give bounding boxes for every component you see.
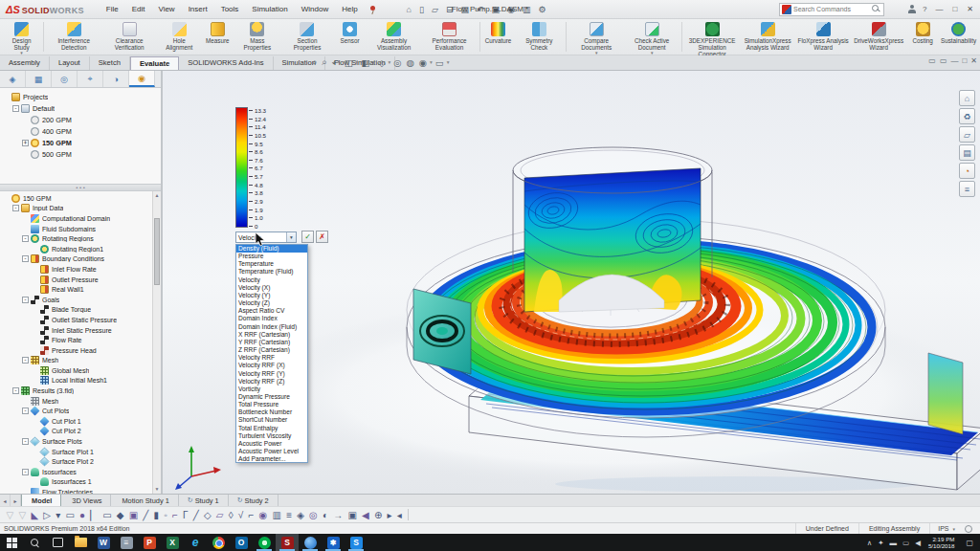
undo-icon[interactable]: ↶ — [473, 4, 488, 15]
parameter-option[interactable]: Y RRF (Cartesian) — [236, 339, 307, 346]
sketch-tool-icon[interactable]: ▱ — [216, 510, 224, 520]
options-icon[interactable]: ⚙ — [534, 4, 549, 15]
expander-icon[interactable]: - — [22, 297, 29, 303]
tree-row[interactable]: - Isosurfaces — [0, 467, 161, 477]
ribbon-sustainability[interactable]: Sustainability — [939, 20, 978, 54]
open-icon[interactable]: ▱ — [428, 4, 442, 15]
open-results-icon[interactable]: ▱ — [959, 126, 975, 143]
dimxpertmanager-tab-icon[interactable]: ⌖ — [78, 71, 103, 87]
model-tab[interactable]: Motion Study 1 — [111, 495, 178, 506]
sketch-tool-icon[interactable]: ▮ — [154, 510, 160, 520]
ribbon-mass-properties[interactable]: Mass Properties — [234, 20, 280, 54]
featuremanager-tab-icon[interactable]: ◈ — [0, 71, 26, 87]
ribbon-driveworksxpress-wizard[interactable]: DriveWorksXpress Wizard — [851, 20, 906, 54]
home-icon[interactable]: ⌂ — [403, 4, 415, 15]
dropdown-caret-icon[interactable]: ▾ — [447, 59, 450, 65]
parameter-option[interactable]: Velocity RRF (X) — [236, 362, 307, 369]
sketch-tool-icon[interactable]: ▸ — [388, 510, 392, 520]
action-center-icon[interactable]: ▢ — [959, 539, 980, 547]
expander-icon[interactable]: - — [22, 408, 29, 414]
expander-icon[interactable]: - — [22, 438, 29, 445]
tree-scrollbar[interactable]: ▲ ▼ — [152, 191, 161, 494]
login-icon[interactable] — [907, 5, 917, 13]
volume-icon[interactable]: ◀ — [912, 539, 924, 547]
expander-icon[interactable]: - — [22, 357, 29, 364]
battery-icon[interactable]: ▬ — [887, 539, 901, 547]
ribbon-sensor[interactable]: Sensor — [334, 20, 367, 54]
ribbon-separator[interactable] — [681, 22, 682, 52]
globe-icon[interactable] — [965, 525, 972, 533]
menu-item[interactable]: Window — [295, 2, 335, 16]
sketch-tool-icon[interactable]: ◈ — [297, 510, 304, 520]
tab-scroll-right[interactable]: ▸ — [11, 495, 21, 506]
parameter-option[interactable]: Velocity (Z) — [236, 299, 307, 307]
sketch-tool-icon[interactable]: ◉ — [259, 510, 268, 520]
parameter-option[interactable]: Total Enthalpy — [236, 425, 307, 432]
tree-row[interactable]: Global Mesh — [0, 365, 161, 376]
tree-row[interactable]: Flow Rate — [0, 335, 161, 345]
parameter-option[interactable]: Velocity RRF (Z) — [236, 378, 307, 386]
view-settings-icon[interactable]: ▭ — [434, 57, 446, 68]
ribbon-design-study[interactable]: Design Study ▾ — [2, 20, 41, 54]
parameter-option[interactable]: Vorticity — [236, 386, 307, 393]
tree-row[interactable]: Blade Torque — [0, 305, 161, 316]
model-tab[interactable]: Model — [21, 495, 61, 506]
parameter-option[interactable]: Turbulent Viscosity — [236, 432, 307, 440]
parameter-option[interactable]: Acoustic Power — [236, 440, 307, 448]
parameter-option[interactable]: Density (Fluid) — [236, 245, 307, 253]
tree-row[interactable]: Mesh — [0, 396, 161, 407]
parameter-option[interactable]: Pressure — [236, 253, 307, 260]
tree-row[interactable]: - Cut Plots — [0, 406, 161, 416]
search-input[interactable] — [793, 6, 872, 12]
expander-icon[interactable]: + — [22, 140, 29, 146]
ribbon-section-properties[interactable]: Section Properties — [280, 20, 333, 54]
minimize-button[interactable]: — — [932, 5, 946, 13]
ribbon-hole-alignment[interactable]: Hole Alignment — [157, 20, 201, 54]
round-app-icon[interactable] — [299, 534, 322, 551]
parameter-option[interactable]: Velocity RRF (Y) — [236, 370, 307, 378]
tree-row[interactable]: Computational Domain — [0, 213, 161, 224]
webex-icon[interactable] — [253, 534, 276, 551]
parameter-option[interactable]: Z RRF (Cartesian) — [236, 346, 307, 354]
taskbar-clock[interactable]: 2:19 PM 5/10/2018 — [928, 536, 955, 549]
home-view-icon[interactable]: ⌂ — [959, 90, 975, 106]
ribbon-separator[interactable] — [566, 22, 567, 52]
cancel-parameter-button[interactable]: ✗ — [316, 231, 328, 243]
sketch-tool-icon[interactable]: ▏ — [90, 510, 98, 520]
sketch-tool-icon[interactable]: ▷ — [43, 510, 51, 520]
parameter-option[interactable]: Domain Index (Fluid) — [236, 323, 307, 331]
tree-row[interactable]: 200 GPM — [0, 114, 161, 125]
flow-simulation-tab-icon[interactable]: ◉ — [129, 71, 155, 87]
sketch-tool-icon[interactable]: → — [333, 510, 343, 520]
taskbar-search-icon[interactable] — [23, 534, 46, 551]
ribbon-check-active-document[interactable]: Check Active Document ▾ — [624, 20, 679, 54]
expander-icon[interactable]: - — [12, 205, 19, 211]
tray-app-icon[interactable]: ✦ — [875, 539, 886, 547]
tab-scroll-left[interactable]: ◂ — [0, 495, 11, 506]
propertymanager-tab-icon[interactable]: ▦ — [26, 71, 52, 87]
task-view-icon[interactable] — [46, 534, 69, 551]
dropdown-caret-icon[interactable]: ▾ — [356, 59, 359, 65]
sketch-tool-icon[interactable]: ◣ — [31, 510, 38, 520]
apply-scene-icon[interactable]: ◉ — [417, 57, 429, 68]
tree-row[interactable]: Projects — [0, 91, 161, 102]
sketch-tool-icon[interactable]: ◀ — [362, 510, 369, 520]
display-list-icon[interactable]: ≡ — [959, 181, 975, 197]
ribbon-measure[interactable]: Measure — [201, 20, 234, 54]
units-selector[interactable]: IPS ▾ — [929, 523, 963, 534]
configurationmanager-tab-icon[interactable]: ◎ — [52, 71, 78, 87]
parameter-option[interactable]: Domain Index — [236, 315, 307, 322]
expander-icon[interactable]: - — [22, 469, 29, 475]
notes-app-icon[interactable]: ≡ — [115, 534, 138, 551]
tree-row[interactable]: Isosurfaces 1 — [0, 477, 161, 488]
menu-item[interactable]: File — [100, 2, 125, 16]
dropdown-caret-icon[interactable]: ▾ — [388, 59, 390, 65]
menu-item[interactable]: Help — [335, 2, 364, 16]
print-icon[interactable]: ▤ — [457, 4, 473, 15]
section-view-icon[interactable]: ◫ — [343, 57, 355, 68]
displaymanager-tab-icon[interactable]: ◑ — [103, 71, 129, 87]
clear-results-icon[interactable]: ♻ — [959, 108, 975, 124]
ribbon-compare-documents[interactable]: Compare Documents ▾ — [568, 20, 624, 54]
solidworks-taskbar-icon[interactable]: S — [276, 534, 299, 551]
parameter-option[interactable]: Temperature (Fluid) — [236, 268, 307, 276]
